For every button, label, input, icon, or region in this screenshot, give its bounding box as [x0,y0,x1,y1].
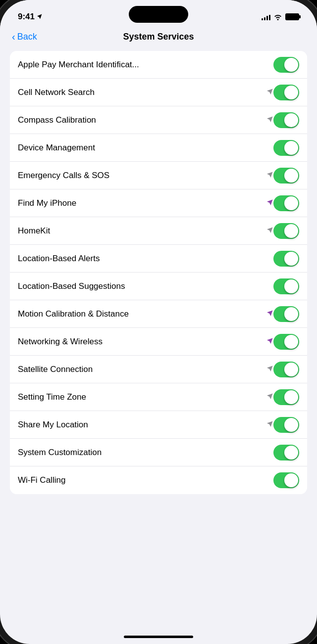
settings-row-share-location[interactable]: Share My Location [10,411,307,439]
toggle-knob-homekit [284,224,298,238]
back-button[interactable]: ‹ Back [12,31,37,43]
toggle-device-mgmt[interactable] [273,140,299,156]
toggle-knob-cell-network [284,86,298,99]
row-label-system-custom: System Customization [18,448,273,458]
time-display: 9:41 [18,12,35,22]
toggle-knob-system-custom [284,446,298,460]
toggle-knob-time-zone [284,390,298,404]
toggle-homekit[interactable] [273,223,299,239]
row-label-share-location: Share My Location [18,420,266,430]
row-label-networking: Networking & Wireless [18,337,266,347]
settings-row-time-zone[interactable]: Setting Time Zone [10,383,307,411]
toggle-time-zone[interactable] [273,389,299,405]
row-label-cell-network: Cell Network Search [18,88,266,97]
location-icon-satellite [266,365,273,374]
toggle-knob-find-iphone [284,196,298,210]
toggle-motion-calibration[interactable] [273,306,299,322]
settings-row-homekit[interactable]: HomeKit [10,217,307,245]
toggle-system-custom[interactable] [273,445,299,460]
location-icon-share-location [266,420,273,429]
wifi-icon [273,13,282,20]
toggle-knob-motion-calibration [284,307,298,321]
row-label-wifi-calling: Wi-Fi Calling [18,475,273,485]
toggle-satellite[interactable] [273,362,299,377]
settings-row-emergency[interactable]: Emergency Calls & SOS [10,162,307,189]
toggle-wifi-calling[interactable] [273,472,299,488]
signal-bars [262,13,270,20]
toggle-knob-wifi-calling [284,473,298,487]
toggle-cell-network[interactable] [273,85,299,100]
phone-frame: 9:41 ‹ Back System Services [0,0,317,644]
battery-fill [286,14,298,19]
settings-row-satellite[interactable]: Satellite Connection [10,356,307,383]
settings-row-location-suggestions[interactable]: Location-Based Suggestions [10,273,307,300]
toggle-apple-pay[interactable] [273,57,299,73]
location-icon-motion-calibration [266,310,273,319]
settings-list: Apple Pay Merchant Identificat...Cell Ne… [10,51,307,494]
toggle-knob-satellite [284,363,298,376]
row-label-homekit: HomeKit [18,226,266,236]
toggle-knob-emergency [284,169,298,183]
signal-bar-2 [264,17,265,20]
toggle-knob-share-location [284,418,298,432]
location-icon-cell-network [266,88,273,97]
toggle-find-iphone[interactable] [273,195,299,211]
row-label-apple-pay: Apple Pay Merchant Identificat... [18,60,273,70]
toggle-knob-device-mgmt [284,141,298,155]
settings-row-cell-network[interactable]: Cell Network Search [10,79,307,106]
toggle-share-location[interactable] [273,417,299,433]
toggle-knob-location-alerts [284,252,298,266]
nav-bar: ‹ Back System Services [0,27,317,47]
battery-icon [285,13,299,20]
row-label-location-alerts: Location-Based Alerts [18,254,273,264]
settings-row-device-mgmt[interactable]: Device Management [10,134,307,162]
toggle-emergency[interactable] [273,168,299,184]
settings-content: Apple Pay Merchant Identificat...Cell Ne… [0,47,317,632]
toggle-compass[interactable] [273,112,299,128]
signal-bar-1 [262,18,263,20]
row-label-emergency: Emergency Calls & SOS [18,171,266,181]
row-label-time-zone: Setting Time Zone [18,392,266,402]
location-icon-homekit [266,227,273,235]
status-icons [262,13,299,20]
signal-bar-4 [269,15,270,20]
location-icon-emergency [266,171,273,180]
home-indicator [124,636,193,638]
signal-bar-3 [266,16,268,20]
row-label-compass: Compass Calibration [18,115,266,125]
status-time: 9:41 [18,12,43,22]
settings-row-networking[interactable]: Networking & Wireless [10,328,307,356]
back-chevron-icon: ‹ [12,31,15,43]
back-label: Back [17,32,37,42]
toggle-knob-apple-pay [284,58,298,72]
toggle-knob-networking [284,335,298,349]
location-icon-compass [266,116,273,125]
location-icon-time-zone [266,393,273,402]
settings-row-compass[interactable]: Compass Calibration [10,106,307,134]
settings-row-find-iphone[interactable]: Find My iPhone [10,189,307,217]
row-label-location-suggestions: Location-Based Suggestions [18,281,273,291]
settings-row-wifi-calling[interactable]: Wi-Fi Calling [10,466,307,494]
settings-row-location-alerts[interactable]: Location-Based Alerts [10,245,307,273]
settings-row-apple-pay[interactable]: Apple Pay Merchant Identificat... [10,51,307,79]
location-icon-networking [266,337,273,346]
row-label-find-iphone: Find My iPhone [18,198,266,208]
row-label-device-mgmt: Device Management [18,143,273,153]
location-arrow-status [37,13,43,20]
toggle-location-alerts[interactable] [273,251,299,267]
location-icon-find-iphone [266,199,273,208]
page-title: System Services [123,32,194,42]
settings-row-system-custom[interactable]: System Customization [10,439,307,466]
toggle-location-suggestions[interactable] [273,278,299,294]
row-label-motion-calibration: Motion Calibration & Distance [18,309,266,319]
toggle-networking[interactable] [273,334,299,350]
dynamic-island [129,6,188,23]
toggle-knob-location-suggestions [284,279,298,293]
settings-row-motion-calibration[interactable]: Motion Calibration & Distance [10,300,307,328]
row-label-satellite: Satellite Connection [18,365,266,374]
toggle-knob-compass [284,113,298,127]
